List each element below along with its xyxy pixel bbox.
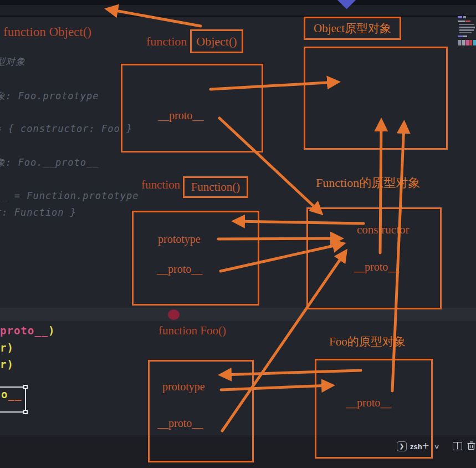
object-function-box [121, 64, 263, 152]
object-proto-title-box: Object原型对象 [304, 17, 401, 40]
foo-function-box [148, 360, 254, 462]
minimap-mark [458, 35, 463, 37]
trash-icon [467, 441, 475, 450]
object-fn-label-prefix: function [146, 34, 187, 49]
minimap-mark [459, 32, 472, 33]
function-proto-constructor-label: constructor [357, 223, 409, 237]
code-line: r: Function } [0, 207, 76, 218]
foo-fn-proto-label: __proto__ [157, 417, 203, 430]
editor-tab-bar[interactable] [0, 5, 476, 17]
object-fn-proto-label: __proto__ [158, 109, 203, 122]
new-terminal-button[interactable]: + [422, 439, 429, 452]
code-line: 象: Foo.__proto__ [0, 156, 99, 169]
terminal-prompt-icon[interactable]: ❯ [397, 441, 407, 451]
function-proto-title: Function的原型对象 [316, 175, 420, 191]
object-fn-left-label: function Object() [3, 25, 91, 39]
selection-handle[interactable] [23, 385, 28, 389]
foo-proto-proto-label: __proto__ [346, 396, 391, 409]
foo-proto-title: Foo的原型对象 [329, 334, 406, 349]
kill-terminal-icon[interactable] [467, 441, 475, 452]
function-function-box [132, 211, 259, 306]
red-dot-annotation [168, 309, 180, 320]
object-prototype-box [304, 47, 448, 150]
split-terminal-icon[interactable] [453, 442, 462, 450]
minimap-mark [473, 40, 476, 45]
minimap-mark [458, 16, 462, 18]
selected-text-part: o [1, 388, 8, 400]
selected-text: o__ [1, 388, 22, 400]
minimap-mark [458, 40, 461, 45]
selection-handle[interactable] [23, 410, 28, 414]
terminal-output-line: proto__) [0, 324, 55, 337]
object-fn-name: Object() [196, 34, 237, 49]
terminal-output-line: r) [0, 358, 14, 370]
object-proto-title: Object原型对象 [314, 21, 391, 36]
terminal-text: proto__ [0, 324, 48, 337]
terminal-text: ) [48, 324, 55, 337]
panel-top-band [0, 308, 476, 321]
minimap-mark [465, 40, 469, 45]
minimap-mark [463, 16, 466, 18]
vscode-window: 型对象 象: Foo.prototype = { constructor: Fo… [0, 0, 476, 468]
foo-fn-prototype-label: prototype [162, 380, 205, 393]
function-proto-proto-label: __proto__ [354, 261, 399, 273]
annotation-selection-box[interactable]: o__ [0, 386, 26, 413]
minimap-mark [459, 24, 474, 25]
terminal-output-line: r) [0, 342, 14, 354]
minimap-mark [463, 35, 467, 37]
code-line: 型对象 [0, 55, 25, 68]
function-fn-label-prefix: function [141, 178, 180, 192]
terminal-dropdown-chevron-icon[interactable]: ∨ [433, 443, 439, 450]
function-fn-name-box: Function() [183, 176, 248, 198]
minimap-mark [459, 29, 474, 31]
object-fn-name-box: Object() [190, 29, 243, 53]
foo-fn-label: function Foo() [158, 324, 226, 338]
selected-text-part: __ [8, 388, 22, 400]
terminal-shell-label[interactable]: zsh [410, 442, 422, 451]
function-fn-proto-label: __proto__ [157, 263, 202, 276]
minimap-mark [458, 21, 465, 22]
minimap[interactable] [457, 15, 476, 48]
code-line: __ = Function.prototype [0, 190, 139, 201]
minimap-mark [466, 21, 470, 22]
minimap-mark [469, 40, 472, 45]
code-line: = { constructor: Foo } [0, 123, 132, 134]
code-line: 象: Foo.prototype [0, 90, 99, 103]
minimap-mark [462, 40, 465, 45]
function-fn-prototype-label: prototype [158, 233, 201, 246]
function-fn-name: Function() [191, 180, 240, 194]
minimap-mark [459, 27, 475, 28]
title-bar [0, 0, 476, 5]
